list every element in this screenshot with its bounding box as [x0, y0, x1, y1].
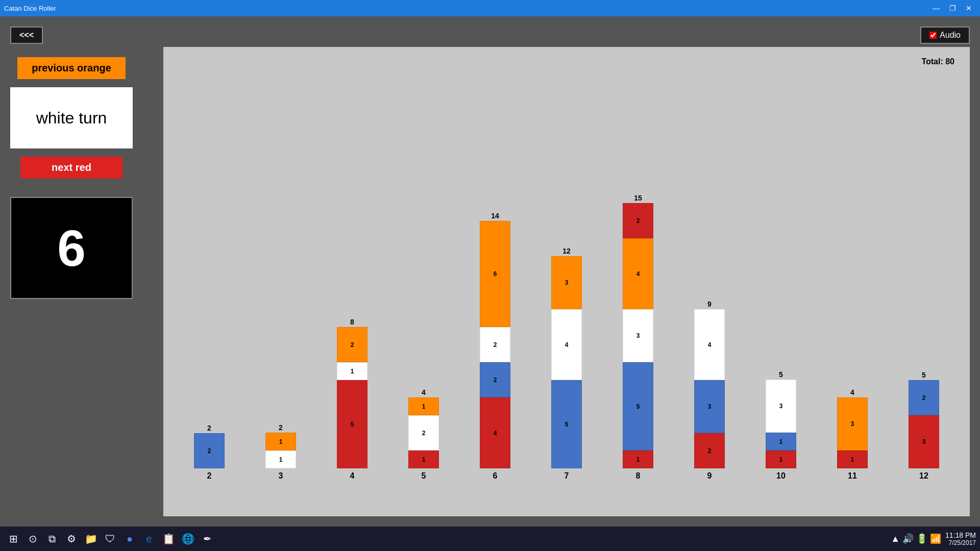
bar-total-label: 4	[422, 388, 426, 396]
bar-total-label: 9	[707, 300, 712, 308]
bar-segment-white: 4	[551, 309, 582, 380]
bar-segment-white: 1	[337, 362, 368, 380]
bar-number-label: 11	[848, 471, 857, 481]
bar-segment-orange: 1	[265, 433, 296, 450]
bar-segment-white: 2	[408, 415, 439, 450]
bar-group-7: 125437	[551, 247, 582, 481]
bar-segment-blue: 2	[480, 362, 510, 397]
next-player-button[interactable]: next red	[20, 157, 122, 179]
back-button[interactable]: <<<	[10, 27, 43, 44]
bar-group-4: 85124	[337, 318, 368, 481]
titlebar-title: Catan Dice Roller	[4, 5, 56, 12]
bar-number-label: 9	[707, 471, 712, 481]
bar-segment-blue: 2	[909, 380, 939, 415]
bar-group-6: 1442266	[480, 212, 510, 481]
bar-total-label: 5	[779, 370, 783, 379]
bar-total-label: 2	[207, 424, 211, 432]
bar-segment-orange: 6	[480, 221, 510, 327]
bar-total-label: 14	[491, 212, 499, 220]
bar-total-label: 15	[634, 194, 642, 202]
current-turn-display: white turn	[10, 87, 133, 148]
left-panel: previous orange white turn next red 6	[10, 57, 133, 299]
bar-segment-red: 2	[694, 433, 725, 468]
titlebar-controls: — ❐ ✕	[929, 3, 976, 13]
restore-button[interactable]: ❐	[945, 3, 960, 13]
bar-segment-red: 5	[337, 380, 368, 468]
taskbar-right: ▲ 🔊 🔋 📶 11:18 PM 7/25/2017	[891, 531, 976, 546]
bar-stack: 4226	[480, 221, 510, 468]
bar-total-label: 8	[350, 318, 354, 326]
bar-segment-white: 3	[766, 380, 796, 433]
current-turn-label: white turn	[36, 109, 107, 128]
bar-stack: 2	[194, 433, 225, 468]
bar-stack: 113	[766, 380, 796, 468]
taskbar: ⊞ ⊙ ⧉ ⚙ 📁 🛡 ● e 📋 🌐 ✒ ▲ 🔊 🔋 📶 11:18 PM 7…	[0, 527, 980, 551]
taskbar-chrome[interactable]: ●	[120, 530, 139, 548]
bar-total-label: 4	[850, 388, 854, 396]
bar-segment-red: 2	[623, 203, 653, 238]
bar-group-9: 92349	[694, 300, 725, 481]
bar-segment-orange: 2	[337, 327, 368, 362]
bar-total-label: 2	[279, 423, 283, 432]
titlebar: Catan Dice Roller — ❐ ✕	[0, 0, 980, 16]
bar-stack: 543	[551, 256, 582, 468]
bar-group-11: 41311	[837, 388, 868, 481]
bar-number-label: 3	[279, 471, 283, 481]
bar-total-label: 5	[922, 371, 926, 379]
bar-segment-orange: 4	[623, 238, 653, 309]
audio-checkbox[interactable]	[929, 32, 937, 39]
top-controls: <<< Audio	[10, 27, 970, 44]
bar-group-2: 222	[194, 424, 225, 481]
bar-group-10: 511310	[766, 370, 796, 481]
start-button[interactable]: ⊞	[4, 530, 22, 548]
taskbar-task-view[interactable]: ⧉	[43, 530, 61, 548]
bar-group-5: 41215	[408, 388, 439, 481]
taskbar-app2[interactable]: 🌐	[179, 530, 197, 548]
bar-group-8: 15153428	[623, 194, 653, 481]
bar-segment-red: 1	[623, 450, 653, 468]
taskbar-date: 7/25/2017	[945, 539, 976, 546]
minimize-button[interactable]: —	[929, 3, 943, 13]
bar-stack: 121	[408, 397, 439, 468]
chart-container: Total: 80 222211385124412151442266125437…	[163, 47, 970, 516]
dice-value: 6	[57, 219, 86, 278]
audio-label: Audio	[940, 31, 961, 40]
bar-segment-blue: 5	[623, 362, 653, 450]
bar-segment-orange: 3	[551, 256, 582, 309]
bar-segment-red: 3	[909, 415, 939, 468]
bar-segment-white: 2	[480, 327, 510, 362]
bar-total-label: 12	[562, 247, 571, 255]
taskbar-time: 11:18 PM	[945, 531, 976, 539]
bar-segment-blue: 2	[194, 433, 225, 468]
taskbar-edge[interactable]: e	[140, 530, 158, 548]
bar-stack: 234	[694, 309, 725, 468]
bar-number-label: 10	[776, 471, 786, 481]
previous-player-button[interactable]: previous orange	[17, 57, 126, 79]
taskbar-search[interactable]: ⊙	[23, 530, 42, 548]
bar-segment-blue: 3	[694, 380, 725, 433]
bar-stack: 32	[909, 380, 939, 468]
bar-group-12: 53212	[909, 371, 939, 481]
bar-number-label: 2	[207, 471, 212, 481]
chart-inner: 2222113851244121514422661254371515342892…	[174, 57, 960, 496]
bar-segment-white: 1	[265, 450, 296, 468]
bar-number-label: 4	[350, 471, 355, 481]
bar-number-label: 12	[919, 471, 928, 481]
bar-segment-orange: 3	[837, 397, 868, 450]
taskbar-shield[interactable]: 🛡	[101, 530, 119, 548]
taskbar-folder[interactable]: 📁	[82, 530, 100, 548]
bar-segment-blue: 5	[551, 380, 582, 468]
bar-segment-white: 3	[623, 309, 653, 362]
bar-number-label: 8	[636, 471, 641, 481]
bar-stack: 13	[837, 397, 868, 468]
taskbar-app1[interactable]: 📋	[159, 530, 178, 548]
taskbar-settings[interactable]: ⚙	[62, 530, 81, 548]
bar-segment-red: 4	[480, 397, 510, 468]
bar-segment-blue: 1	[766, 433, 796, 450]
bar-number-label: 7	[565, 471, 569, 481]
close-button[interactable]: ✕	[962, 3, 976, 13]
audio-button[interactable]: Audio	[920, 27, 970, 44]
bar-number-label: 6	[493, 471, 498, 481]
bar-number-label: 5	[422, 471, 426, 481]
taskbar-app3[interactable]: ✒	[198, 530, 216, 548]
